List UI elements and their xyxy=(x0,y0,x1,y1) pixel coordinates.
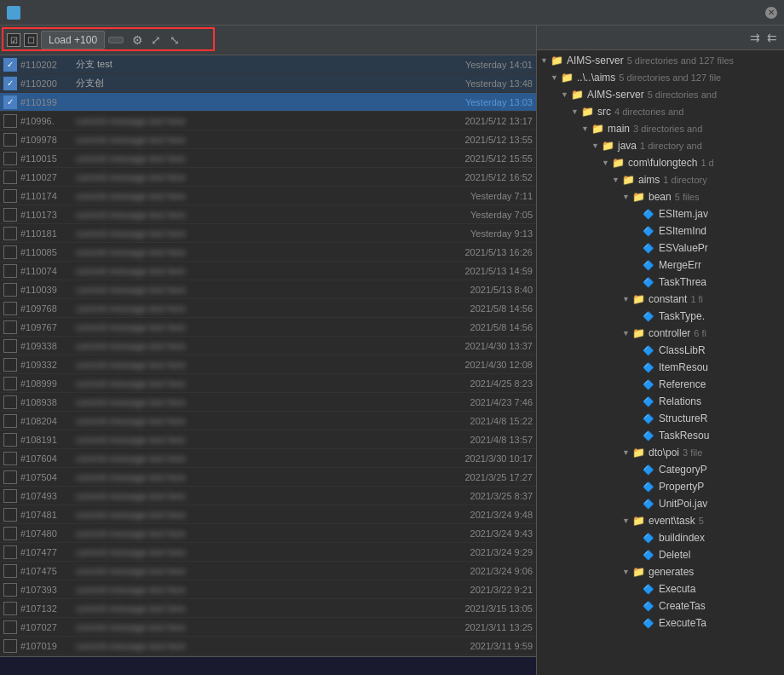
item-checkbox[interactable] xyxy=(3,358,17,372)
item-checkbox[interactable] xyxy=(3,283,17,297)
item-checkbox[interactable] xyxy=(3,302,17,315)
item-checkbox[interactable]: ✓ xyxy=(3,58,17,72)
item-checkbox[interactable] xyxy=(3,339,17,353)
list-item[interactable]: #110181commit message text hereYesterday… xyxy=(0,224,536,243)
item-checkbox[interactable] xyxy=(3,377,17,390)
list-item[interactable]: #109768commit message text here2021/5/8 … xyxy=(0,299,536,318)
list-item[interactable]: #107480commit message text here2021/3/24… xyxy=(0,524,536,543)
settings-icon[interactable]: ⚙ xyxy=(129,32,146,49)
collapse-arrow-icon[interactable]: ▼ xyxy=(602,159,612,167)
expand-all-icon[interactable]: ⇉ xyxy=(748,29,762,46)
item-checkbox[interactable]: ✓ xyxy=(3,77,17,90)
file-tree[interactable]: ▼📁AIMS-server5 directories and 127 files… xyxy=(537,50,784,675)
tree-file-item[interactable]: 🔷Deletel xyxy=(537,546,784,563)
collapse-arrow-icon[interactable]: ▼ xyxy=(581,124,591,133)
list-item[interactable]: #108938commit message text here2021/4/23… xyxy=(0,393,536,412)
list-item[interactable]: #108204commit message text here2021/4/8 … xyxy=(0,412,536,430)
list-item[interactable]: #107604commit message text here2021/3/30… xyxy=(0,449,536,468)
tree-file-item[interactable]: 🔷ESItemInd xyxy=(537,222,784,239)
tree-file-item[interactable]: 🔷Relations xyxy=(537,393,784,410)
collapse-arrow-icon[interactable]: ▼ xyxy=(591,141,602,150)
list-item[interactable]: #110174commit message text hereYesterday… xyxy=(0,187,536,205)
tree-file-item[interactable]: 🔷TaskType. xyxy=(537,308,784,325)
tree-folder-item[interactable]: ▼📁AIMS-server5 directories and 127 files xyxy=(537,52,784,69)
list-item[interactable]: #110074commit message text here2021/5/13… xyxy=(0,262,536,280)
item-checkbox[interactable] xyxy=(3,508,17,522)
tree-folder-item[interactable]: ▼📁main3 directories and xyxy=(537,120,784,137)
collapse-arrow-icon[interactable]: ▼ xyxy=(571,107,581,116)
collapse-arrow-icon[interactable]: ▼ xyxy=(622,295,632,303)
item-checkbox[interactable] xyxy=(3,227,17,240)
deselect-checkbox[interactable]: ☐ xyxy=(24,33,37,47)
list-item[interactable]: ✓#110199Yesterday 13:03 xyxy=(0,93,536,112)
collapse-arrow-icon[interactable]: ▼ xyxy=(551,73,561,82)
collapse-arrow-icon[interactable]: ▼ xyxy=(622,516,632,525)
list-item[interactable]: #108191commit message text here2021/4/8 … xyxy=(0,430,536,449)
item-checkbox[interactable] xyxy=(3,489,17,503)
tree-folder-item[interactable]: ▼📁java1 directory and xyxy=(537,137,784,154)
item-checkbox[interactable] xyxy=(3,583,17,597)
item-checkbox[interactable] xyxy=(3,320,17,334)
list-item[interactable]: #107481commit message text here2021/3/24… xyxy=(0,505,536,524)
tree-file-item[interactable]: 🔷ESItem.jav xyxy=(537,205,784,222)
item-checkbox[interactable] xyxy=(3,470,17,484)
collapse-all-icon[interactable]: ⇇ xyxy=(765,29,779,46)
item-checkbox[interactable] xyxy=(3,414,17,428)
tree-file-item[interactable]: 🔷Executa xyxy=(537,580,784,597)
tree-file-item[interactable]: 🔷ExecuteTa xyxy=(537,614,784,632)
item-checkbox[interactable] xyxy=(3,208,17,222)
tree-file-item[interactable]: 🔷StructureR xyxy=(537,410,784,427)
item-checkbox[interactable]: ✓ xyxy=(3,95,17,109)
list-item[interactable]: ✓#110202分支 testYesterday 14:01 xyxy=(0,55,536,74)
list-item[interactable]: #109767commit message text here2021/5/8 … xyxy=(0,318,536,337)
expand-icon[interactable]: ⤢ xyxy=(147,32,164,49)
list-item[interactable]: #107477commit message text here2021/3/24… xyxy=(0,543,536,562)
tree-file-item[interactable]: 🔷TaskThrea xyxy=(537,274,784,291)
list-item[interactable]: #109338commit message text here2021/4/30… xyxy=(0,337,536,355)
list-item[interactable]: #109978commit message text here2021/5/12… xyxy=(0,130,536,149)
item-checkbox[interactable] xyxy=(3,395,17,409)
list-item[interactable]: #110085commit message text here2021/5/13… xyxy=(0,243,536,262)
commit-list[interactable]: ✓#110202分支 testYesterday 14:01✓#110200分支… xyxy=(0,55,536,656)
tree-file-item[interactable]: 🔷buildindex xyxy=(537,529,784,546)
collapse-arrow-icon[interactable]: ▼ xyxy=(622,329,632,338)
item-checkbox[interactable] xyxy=(3,245,17,259)
collapse-arrow-icon[interactable]: ▼ xyxy=(561,90,571,99)
list-item[interactable]: #10996.commit message text here2021/5/12… xyxy=(0,112,536,130)
item-checkbox[interactable] xyxy=(3,452,17,465)
load-500-button[interactable] xyxy=(108,37,124,43)
tree-folder-item[interactable]: ▼📁AIMS-server5 directories and xyxy=(537,86,784,103)
tree-file-item[interactable]: 🔷TaskResou xyxy=(537,427,784,444)
collapse-icon[interactable]: ⤡ xyxy=(166,32,183,49)
tree-file-item[interactable]: 🔷CategoryP xyxy=(537,461,784,478)
tree-folder-item[interactable]: ▼📁generates xyxy=(537,563,784,580)
collapse-arrow-icon[interactable]: ▼ xyxy=(622,568,632,576)
collapse-arrow-icon[interactable]: ▼ xyxy=(540,56,551,65)
tree-file-item[interactable]: 🔷PropertyP xyxy=(537,478,784,495)
item-checkbox[interactable] xyxy=(3,620,17,634)
tree-folder-item[interactable]: ▼📁event\task5 xyxy=(537,512,784,529)
collapse-arrow-icon[interactable]: ▼ xyxy=(622,193,632,201)
list-item[interactable]: #107493commit message text here2021/3/25… xyxy=(0,487,536,505)
tree-folder-item[interactable]: ▼📁bean5 files xyxy=(537,188,784,205)
collapse-arrow-icon[interactable]: ▼ xyxy=(612,176,622,184)
tree-folder-item[interactable]: ▼📁..\..\aims5 directories and 127 file xyxy=(537,69,784,86)
list-item[interactable]: #110039commit message text here2021/5/13… xyxy=(0,280,536,299)
tree-file-item[interactable]: 🔷CreateTas xyxy=(537,597,784,614)
item-checkbox[interactable] xyxy=(3,264,17,278)
item-checkbox[interactable] xyxy=(3,114,17,128)
item-checkbox[interactable] xyxy=(3,564,17,578)
list-item[interactable]: #107027commit message text here2021/3/11… xyxy=(0,618,536,637)
list-item[interactable]: #109332commit message text here2021/4/30… xyxy=(0,355,536,374)
tree-file-item[interactable]: 🔷Reference xyxy=(537,376,784,393)
item-checkbox[interactable] xyxy=(3,170,17,184)
item-checkbox[interactable] xyxy=(3,133,17,147)
close-button[interactable]: ✕ xyxy=(765,7,777,19)
item-checkbox[interactable] xyxy=(3,189,17,203)
tree-file-item[interactable]: 🔷ESValuePr xyxy=(537,239,784,257)
list-item[interactable]: #110027commit message text here2021/5/12… xyxy=(0,168,536,187)
list-item[interactable]: #108999commit message text here2021/4/25… xyxy=(0,374,536,393)
item-checkbox[interactable] xyxy=(3,545,17,559)
tree-folder-item[interactable]: ▼📁constant1 fi xyxy=(537,291,784,308)
select-all-checkbox[interactable]: ☑ xyxy=(7,33,20,47)
